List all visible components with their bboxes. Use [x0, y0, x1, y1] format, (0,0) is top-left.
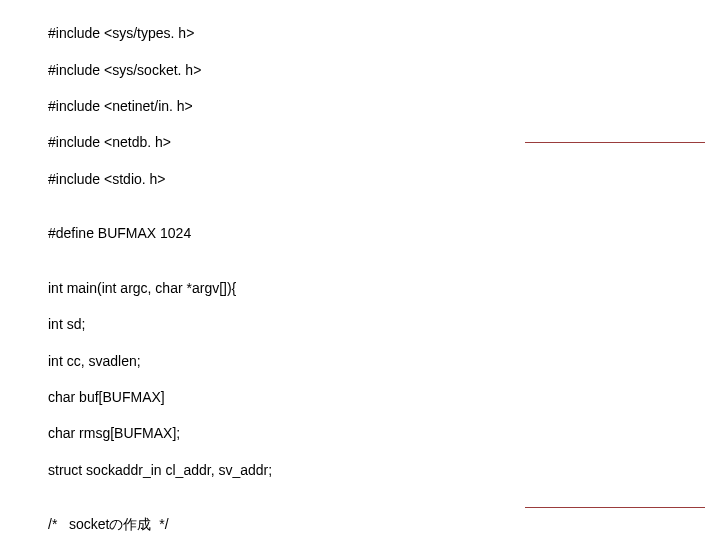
code-line: char rmsg[BUFMAX]; — [48, 424, 326, 442]
code-block: #include <sys/types. h> #include <sys/so… — [48, 6, 326, 540]
code-line: #include <sys/types. h> — [48, 24, 326, 42]
code-line: char buf[BUFMAX] — [48, 388, 326, 406]
code-line: /* socketの作成 */ — [48, 515, 326, 533]
decorative-rule-bottom — [525, 507, 705, 508]
code-line: #include <netinet/in. h> — [48, 97, 326, 115]
code-line: #include <stdio. h> — [48, 170, 326, 188]
code-line: struct sockaddr_in cl_addr, sv_addr; — [48, 461, 326, 479]
code-line: #include <netdb. h> — [48, 133, 326, 151]
code-line: int cc, svadlen; — [48, 352, 326, 370]
code-line: #define BUFMAX 1024 — [48, 224, 326, 242]
code-line: int main(int argc, char *argv[]){ — [48, 279, 326, 297]
code-line: int sd; — [48, 315, 326, 333]
decorative-rule-top — [525, 142, 705, 143]
code-line: #include <sys/socket. h> — [48, 61, 326, 79]
